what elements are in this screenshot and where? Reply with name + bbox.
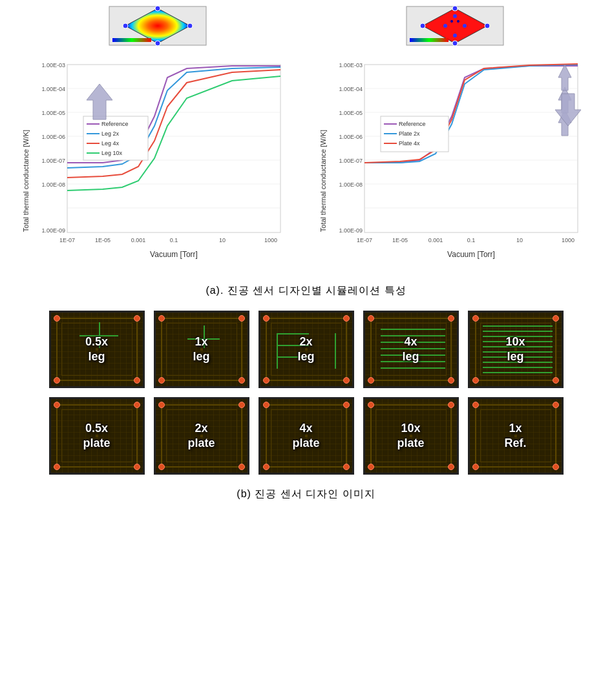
svg-point-45 xyxy=(450,20,453,23)
sensor-label-4x-plate: 4xplate xyxy=(292,421,319,451)
svg-text:Vacuum [Torr]: Vacuum [Torr] xyxy=(150,250,198,259)
sensor-label-0.5x-leg: 0.5xleg xyxy=(85,335,108,365)
svg-text:1E-07: 1E-07 xyxy=(356,237,372,243)
right-chart-container: Total thermal conductance [W/K] 1.00E-03… xyxy=(316,52,594,265)
svg-point-42 xyxy=(453,34,457,37)
svg-text:Vacuum [Torr]: Vacuum [Torr] xyxy=(447,250,495,259)
caption-a: (a). 진공 센서 디자인별 시뮬레이션 특성 xyxy=(19,284,593,298)
svg-point-46 xyxy=(457,20,459,23)
svg-text:Leg 4x: Leg 4x xyxy=(101,140,120,147)
svg-text:1000: 1000 xyxy=(561,237,574,243)
sensor-label-1x-ref: 1xRef. xyxy=(504,421,526,451)
svg-point-49 xyxy=(452,41,458,46)
svg-text:1.00E-05: 1.00E-05 xyxy=(339,110,363,116)
svg-text:1.00E-07: 1.00E-07 xyxy=(339,158,363,164)
left-chart-svg: Total thermal conductance [W/K] 1.00E-03… xyxy=(19,52,297,265)
sensor-row-2: 0.5xplate 2xplate 4xplate xyxy=(26,397,586,475)
svg-text:1E-05: 1E-05 xyxy=(392,237,407,243)
svg-text:Total thermal conductance [W/K: Total thermal conductance [W/K] xyxy=(319,130,327,232)
svg-point-43 xyxy=(443,24,447,28)
svg-text:10: 10 xyxy=(516,237,522,243)
sensor-grid: 0.5xleg 1xleg xyxy=(26,311,586,475)
caption-b-text: (b) 진공 센서 디자인 이미지 xyxy=(237,488,375,499)
svg-point-41 xyxy=(453,14,457,18)
right-arrow-up xyxy=(552,90,584,138)
left-thumbnail xyxy=(106,3,209,48)
svg-text:0.1: 0.1 xyxy=(169,237,178,243)
sensor-tile-1x-leg: 1xleg xyxy=(154,311,249,388)
svg-text:1.00E-08: 1.00E-08 xyxy=(41,181,65,188)
sensor-label-10x-plate: 10xplate xyxy=(397,421,424,451)
sensor-label-4x-leg: 4xleg xyxy=(402,335,419,365)
svg-text:1E-05: 1E-05 xyxy=(94,237,110,243)
sensor-tile-0.5x-leg: 0.5xleg xyxy=(49,311,145,388)
page-container: Total thermal conductance [W/K] 1.00E-03… xyxy=(0,0,612,520)
svg-marker-7 xyxy=(87,84,112,119)
svg-text:Total thermal conductance [W/K: Total thermal conductance [W/K] xyxy=(22,130,30,232)
svg-text:Reference: Reference xyxy=(399,121,426,127)
sensor-label-10x-leg: 10xleg xyxy=(505,335,525,365)
sensor-tile-10x-leg: 10xleg xyxy=(468,311,564,388)
svg-text:1.00E-03: 1.00E-03 xyxy=(339,62,363,68)
svg-text:10: 10 xyxy=(218,237,225,243)
svg-rect-6 xyxy=(112,38,151,42)
right-thumbnail xyxy=(403,3,507,48)
svg-marker-52 xyxy=(555,94,581,126)
charts-row: Total thermal conductance [W/K] 1.00E-03… xyxy=(19,52,593,265)
sensor-tile-2x-leg: 2xleg xyxy=(259,311,354,388)
svg-point-50 xyxy=(420,23,425,28)
sensor-tile-4x-plate: 4xplate xyxy=(259,397,354,475)
left-arrow-down xyxy=(83,84,116,125)
svg-text:1.00E-04: 1.00E-04 xyxy=(41,86,65,92)
svg-text:1.00E-07: 1.00E-07 xyxy=(41,158,65,164)
svg-text:Leg 2x: Leg 2x xyxy=(101,130,120,137)
right-chart-svg: Total thermal conductance [W/K] 1.00E-03… xyxy=(316,52,594,265)
svg-point-5 xyxy=(123,23,128,28)
svg-text:Plate 4x: Plate 4x xyxy=(399,140,420,147)
svg-rect-51 xyxy=(410,38,448,42)
svg-text:0.001: 0.001 xyxy=(131,237,145,243)
sensor-tile-10x-plate: 10xplate xyxy=(363,397,459,475)
svg-point-44 xyxy=(463,24,467,28)
left-chart-container: Total thermal conductance [W/K] 1.00E-03… xyxy=(19,52,297,265)
sensor-tile-0.5x-plate: 0.5xplate xyxy=(49,397,145,475)
svg-text:1.00E-08: 1.00E-08 xyxy=(339,181,363,188)
svg-text:Leg 10x: Leg 10x xyxy=(101,150,123,156)
svg-text:1.00E-06: 1.00E-06 xyxy=(41,134,65,140)
svg-text:1.00E-09: 1.00E-09 xyxy=(339,227,363,234)
caption-b: (b) 진공 센서 디자인 이미지 xyxy=(19,488,593,501)
svg-text:Plate 2x: Plate 2x xyxy=(399,130,420,137)
sensor-label-2x-plate: 2xplate xyxy=(187,421,215,451)
svg-text:1000: 1000 xyxy=(264,237,277,243)
svg-point-48 xyxy=(485,23,490,28)
svg-text:1E-07: 1E-07 xyxy=(59,237,74,243)
svg-text:0.1: 0.1 xyxy=(467,237,475,243)
svg-text:0.001: 0.001 xyxy=(428,237,443,243)
sensor-label-1x-leg: 1xleg xyxy=(193,335,209,365)
sensor-tile-4x-leg: 4xleg xyxy=(363,311,459,388)
sensor-row-1: 0.5xleg 1xleg xyxy=(26,311,586,388)
svg-text:1.00E-09: 1.00E-09 xyxy=(41,227,65,234)
svg-text:1.00E-06: 1.00E-06 xyxy=(339,134,363,140)
sensor-label-2x-leg: 2xleg xyxy=(297,335,314,365)
sensor-label-0.5x-plate: 0.5xplate xyxy=(83,421,110,451)
svg-text:1.00E-04: 1.00E-04 xyxy=(339,86,363,92)
svg-point-2 xyxy=(155,6,160,11)
svg-point-4 xyxy=(155,41,160,46)
svg-text:1.00E-05: 1.00E-05 xyxy=(41,110,65,116)
svg-point-3 xyxy=(187,23,193,28)
sensor-tile-1x-ref: 1xRef. xyxy=(468,397,564,475)
svg-point-47 xyxy=(452,6,458,11)
caption-a-text: (a). 진공 센서 디자인별 시뮬레이션 특성 xyxy=(206,285,406,296)
svg-text:1.00E-03: 1.00E-03 xyxy=(41,62,65,68)
sensor-tile-2x-plate: 2xplate xyxy=(154,397,249,475)
